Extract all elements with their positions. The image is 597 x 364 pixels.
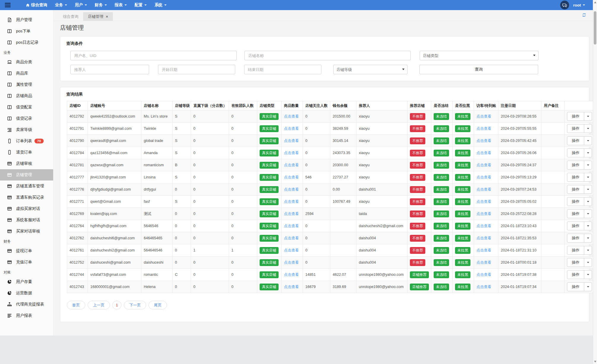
pagination-page-1[interactable]: 1 bbox=[112, 301, 121, 309]
action-button[interactable]: 操作 bbox=[567, 209, 592, 218]
action-dropdown-toggle[interactable] bbox=[584, 137, 592, 145]
action-dropdown-toggle[interactable] bbox=[584, 210, 592, 218]
chat-button[interactable] bbox=[560, 1, 569, 10]
nav-item-business[interactable]: 业务 bbox=[51, 0, 71, 10]
sidebar-item-user-management[interactable]: 用户管理 bbox=[0, 14, 53, 26]
sidebar-item-user-report[interactable]: 用户报表 bbox=[0, 310, 53, 321]
shop-type-select[interactable]: 店铺类型 bbox=[420, 51, 538, 60]
action-button-label[interactable]: 操作 bbox=[567, 185, 584, 194]
action-button[interactable]: 操作 bbox=[567, 124, 592, 133]
action-button-label[interactable]: 操作 bbox=[567, 197, 584, 206]
scroll-down-icon[interactable] bbox=[594, 361, 596, 363]
goods-view-link[interactable]: 点击查看 bbox=[284, 260, 299, 265]
user-menu[interactable]: root bbox=[573, 3, 585, 7]
action-button-label[interactable]: 操作 bbox=[567, 137, 584, 145]
scrollbar-thumb[interactable] bbox=[594, 11, 596, 45]
goods-view-link[interactable]: 点击查看 bbox=[284, 200, 299, 204]
action-button-label[interactable]: 操作 bbox=[567, 258, 584, 267]
sidebar-item-attribute-management[interactable]: 属性管理 bbox=[0, 79, 53, 90]
sidebar-item-agent-recharge-report[interactable]: 代理商充提报表 bbox=[0, 299, 53, 310]
action-button-label[interactable]: 操作 bbox=[567, 246, 584, 254]
sidebar-item-buyer-chat-review[interactable]: 买家对话审核 bbox=[0, 226, 53, 237]
tab-shop-management[interactable]: 店铺管理× bbox=[83, 12, 113, 21]
goods-view-link[interactable]: 点击查看 bbox=[284, 114, 299, 118]
sidebar-item-shop-through-train[interactable]: 店铺直通车管理 bbox=[0, 181, 53, 192]
pagination-first-page[interactable]: 首页 bbox=[67, 301, 85, 309]
visitor-view-link[interactable]: 点击查看 bbox=[476, 200, 491, 204]
action-button-label[interactable]: 操作 bbox=[567, 173, 584, 181]
visitor-view-link[interactable]: 点击查看 bbox=[476, 151, 491, 155]
sidebar-item-shop-review[interactable]: 店铺审核 bbox=[0, 158, 53, 169]
start-date-input[interactable] bbox=[158, 65, 235, 74]
nav-item-users[interactable]: 用户 bbox=[71, 0, 91, 10]
action-dropdown-toggle[interactable] bbox=[584, 246, 592, 254]
sidebar-item-system-service-chat[interactable]: 系统客服对话 bbox=[0, 214, 53, 226]
pagination-next-page[interactable]: 下一页 bbox=[124, 301, 146, 309]
visitor-view-link[interactable]: 点击查看 bbox=[476, 139, 491, 143]
action-dropdown-toggle[interactable] bbox=[584, 185, 592, 194]
visitor-view-link[interactable]: 点击查看 bbox=[476, 236, 491, 240]
sidebar-item-recharge-orders[interactable]: 充值订单 bbox=[0, 257, 53, 268]
goods-view-link[interactable]: 点击查看 bbox=[284, 273, 299, 277]
action-button[interactable]: 操作 bbox=[567, 234, 592, 243]
sidebar-item-goods-category[interactable]: 商品分类 bbox=[0, 56, 53, 68]
action-dropdown-toggle[interactable] bbox=[584, 149, 592, 157]
nav-item-config[interactable]: 配置 bbox=[131, 0, 151, 10]
action-dropdown-toggle[interactable] bbox=[584, 258, 592, 267]
action-dropdown-toggle[interactable] bbox=[584, 197, 592, 206]
action-dropdown-toggle[interactable] bbox=[584, 124, 592, 133]
sidebar-item-pos-order[interactable]: pos下单 bbox=[0, 26, 53, 37]
action-button[interactable]: 操作 bbox=[567, 270, 592, 279]
action-button[interactable]: 操作 bbox=[567, 148, 592, 157]
nav-item-overview-query[interactable]: 综合查询 bbox=[22, 0, 51, 10]
sidebar-item-withdraw-orders[interactable]: 提现订单 bbox=[0, 245, 53, 257]
goods-view-link[interactable]: 点击查看 bbox=[284, 236, 299, 240]
action-button[interactable]: 操作 bbox=[567, 112, 592, 121]
sidebar-item-through-train-purchase[interactable]: 直通车购买记录 bbox=[0, 192, 53, 203]
sidebar-item-shop-goods[interactable]: 店铺商品 bbox=[0, 90, 53, 102]
sidebar-item-seller-level[interactable]: 卖家等级 bbox=[0, 124, 53, 135]
goods-view-link[interactable]: 点击查看 bbox=[284, 224, 299, 228]
action-dropdown-toggle[interactable] bbox=[584, 283, 592, 291]
visitor-view-link[interactable]: 点击查看 bbox=[476, 126, 491, 131]
goods-view-link[interactable]: 点击查看 bbox=[284, 163, 299, 167]
action-dropdown-toggle[interactable] bbox=[584, 161, 592, 169]
sidebar-item-loan-config[interactable]: 借贷配置 bbox=[0, 102, 53, 113]
visitor-view-link[interactable]: 点击查看 bbox=[476, 260, 491, 265]
action-button[interactable]: 操作 bbox=[567, 161, 592, 170]
pagination-prev-page[interactable]: 上一页 bbox=[88, 301, 110, 309]
action-button-label[interactable]: 操作 bbox=[567, 124, 584, 133]
visitor-view-link[interactable]: 点击查看 bbox=[476, 187, 491, 192]
action-button[interactable]: 操作 bbox=[567, 185, 592, 194]
action-button[interactable]: 操作 bbox=[567, 221, 592, 230]
sidebar-item-shop-management[interactable]: 店铺管理 bbox=[0, 169, 53, 181]
action-dropdown-toggle[interactable] bbox=[584, 222, 592, 230]
sidebar-item-return-orders[interactable]: 退货订单 bbox=[0, 147, 53, 158]
end-date-input[interactable] bbox=[244, 65, 321, 74]
visitor-view-link[interactable]: 点击查看 bbox=[476, 175, 491, 179]
scroll-up-icon[interactable] bbox=[594, 1, 596, 3]
close-icon[interactable]: × bbox=[106, 15, 108, 19]
refresh-button[interactable] bbox=[582, 13, 586, 17]
sidebar-item-virtual-buyer-chat[interactable]: 虚拟买家对话 bbox=[0, 203, 53, 214]
action-button-label[interactable]: 操作 bbox=[567, 161, 584, 169]
goods-view-link[interactable]: 点击查看 bbox=[284, 248, 299, 252]
action-button[interactable]: 操作 bbox=[567, 197, 592, 206]
goods-view-link[interactable]: 点击查看 bbox=[284, 212, 299, 216]
vertical-scrollbar[interactable] bbox=[593, 0, 597, 364]
goods-view-link[interactable]: 点击查看 bbox=[284, 285, 299, 289]
action-button-label[interactable]: 操作 bbox=[567, 270, 584, 279]
goods-view-link[interactable]: 点击查看 bbox=[284, 139, 299, 143]
search-button[interactable]: 查询 bbox=[419, 65, 538, 74]
goods-view-link[interactable]: 点击查看 bbox=[284, 175, 299, 179]
sidebar-toggle-button[interactable] bbox=[0, 0, 15, 10]
visitor-view-link[interactable]: 点击查看 bbox=[476, 212, 491, 216]
shop-level-select[interactable]: 店铺等级 bbox=[333, 65, 408, 74]
visitor-view-link[interactable]: 点击查看 bbox=[476, 114, 491, 118]
action-dropdown-toggle[interactable] bbox=[584, 112, 592, 121]
action-button-label[interactable]: 操作 bbox=[567, 149, 584, 157]
sidebar-item-goods-library[interactable]: 商品库 bbox=[0, 68, 53, 79]
sidebar-item-user-stock[interactable]: 用户存量 bbox=[0, 276, 53, 287]
action-dropdown-toggle[interactable] bbox=[584, 234, 592, 242]
visitor-view-link[interactable]: 点击查看 bbox=[476, 273, 491, 277]
